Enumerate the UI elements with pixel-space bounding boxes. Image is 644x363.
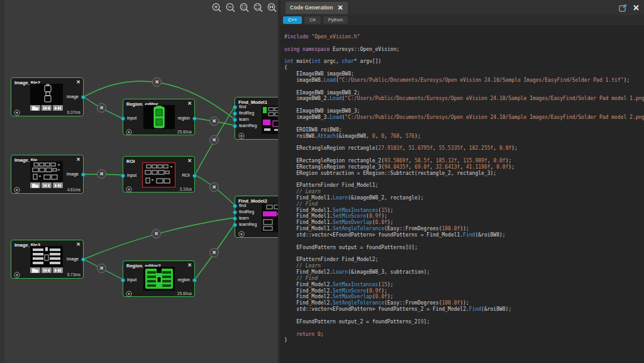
thumbnail-pcb-stripes <box>30 246 63 267</box>
code-line <box>284 102 643 108</box>
panel-header-icons: ✕ <box>619 4 640 12</box>
zoom-out-button[interactable] <box>225 3 236 13</box>
code-line <box>284 313 643 319</box>
node-close-icon[interactable]: ✕ <box>187 263 192 268</box>
code-line: Find_Model2.SetMaxInstances(15); <box>284 282 643 288</box>
visibility-toggle-icon[interactable] <box>14 109 20 116</box>
open-file-button[interactable] <box>30 105 40 111</box>
execution-time: 3.10us <box>179 187 192 191</box>
open-external-icon[interactable] <box>619 4 627 12</box>
tab-close-icon[interactable]: ✕ <box>337 4 343 11</box>
output-port-image[interactable] <box>81 257 86 262</box>
visibility-toggle-icon[interactable] <box>238 133 245 139</box>
zoom-1-1-button[interactable] <box>267 3 277 13</box>
skip-back-icon <box>43 268 50 273</box>
code-line: using namespace Euresys::Open_eVision; <box>284 47 643 53</box>
node-close-icon[interactable]: ✕ <box>76 242 80 247</box>
input-port-findreg[interactable] <box>233 210 237 215</box>
tab-cpp[interactable]: C++ <box>283 16 302 24</box>
folder-icon <box>31 268 39 273</box>
visibility-toggle-icon[interactable] <box>126 129 132 135</box>
output-port-label: region <box>178 116 190 120</box>
node-image-file2[interactable]: Image_file2 ✕ 6.37ms ima <box>11 77 84 116</box>
output-port-region[interactable] <box>192 278 197 282</box>
code-line: EPatternFinder Find_Model1; <box>284 182 643 189</box>
thumbnail-circuit-board <box>30 161 63 182</box>
visibility-toggle-icon[interactable] <box>14 272 20 278</box>
wire-delete-button[interactable]: ✕ <box>209 182 219 192</box>
node-find-model1[interactable]: Find_Model1 find findReg learn learnReg <box>235 97 278 140</box>
next-image-button[interactable] <box>53 182 63 188</box>
zoom-selection-button[interactable] <box>253 3 264 13</box>
input-port-find[interactable] <box>233 105 237 109</box>
wire-delete-button[interactable]: ✕ <box>209 135 219 145</box>
node-close-icon[interactable]: ✕ <box>187 159 192 164</box>
output-port-region[interactable] <box>192 116 197 121</box>
tab-code-generation[interactable]: Code Generation ✕ <box>286 2 348 14</box>
code-line: // Learn <box>284 263 643 269</box>
input-port-learn[interactable] <box>233 118 237 122</box>
code-line: EImageBW8 imageBW8_2; <box>284 90 643 96</box>
node-image-file3[interactable]: Image_file3 ✕ 5.73ms image <box>11 240 84 279</box>
wire-delete-button[interactable]: ✕ <box>152 77 162 87</box>
next-image-button[interactable] <box>53 105 63 111</box>
file-toolbar <box>30 267 63 273</box>
thumbnail-green-region <box>143 105 175 129</box>
code-line: return 0; <box>284 332 643 338</box>
execution-time: 25.60us <box>177 130 192 134</box>
node-close-icon[interactable]: ✕ <box>76 157 80 162</box>
wire-delete-button[interactable]: ✕ <box>97 103 106 113</box>
visibility-toggle-icon[interactable] <box>126 291 132 297</box>
tab-csharp[interactable]: C# <box>304 16 321 24</box>
code-line: // Learn <box>284 189 643 195</box>
wire-delete-button[interactable]: ✕ <box>97 264 106 273</box>
code-line <box>284 325 643 332</box>
visibility-toggle-icon[interactable] <box>126 186 132 193</box>
node-region-editor2[interactable]: Region_editor2 ✕ 25.60us input region <box>123 260 195 297</box>
input-port[interactable] <box>121 174 125 178</box>
next-image-button[interactable] <box>53 267 63 273</box>
code-editor[interactable]: #include "Open_eVision.h"using namespace… <box>280 30 644 358</box>
input-port-learnreg[interactable] <box>233 223 237 227</box>
zoom-in-button[interactable] <box>211 3 222 13</box>
input-port-label: find <box>239 203 246 208</box>
file-toolbar <box>30 105 63 111</box>
zoom-fit-button[interactable] <box>239 3 250 13</box>
input-port-learnreg[interactable] <box>233 124 237 128</box>
input-port-findreg[interactable] <box>233 111 237 116</box>
input-port-label: learn <box>239 117 249 121</box>
output-port-image[interactable] <box>81 95 86 99</box>
open-file-button[interactable] <box>30 182 40 188</box>
node-image-file[interactable]: Image_file ✕ 4.61ms image <box>11 155 84 194</box>
previous-image-button[interactable] <box>42 182 52 188</box>
previous-image-button[interactable] <box>42 105 52 111</box>
wire-delete-button[interactable]: ✕ <box>209 248 219 257</box>
open-file-button[interactable] <box>30 267 40 273</box>
code-generation-panel: Code Generation ✕ ✕ C++ C# Python #inclu… <box>280 0 644 363</box>
node-editor-canvas[interactable]: Image_file2 ✕ 6.37ms ima <box>0 0 278 363</box>
visibility-toggle-icon[interactable] <box>238 231 245 237</box>
previous-image-button[interactable] <box>42 267 52 273</box>
visibility-toggle-icon[interactable] <box>14 187 20 193</box>
output-port-roi[interactable] <box>192 174 197 178</box>
wire-delete-button[interactable]: ✕ <box>209 116 219 126</box>
input-port[interactable] <box>121 116 125 121</box>
input-port-learn[interactable] <box>233 216 237 221</box>
node-find-model2[interactable]: Find_Model2 find findReg learn learnReg <box>235 196 278 238</box>
wire-delete-button[interactable]: ✕ <box>97 169 106 179</box>
code-line: imageBW8_3.Load("C:/Users/Public/Documen… <box>284 114 643 121</box>
input-port[interactable] <box>121 278 125 282</box>
node-roi[interactable]: ROI ✕ 3.10us input ROI <box>123 156 195 193</box>
execution-time: 5.73ms <box>67 272 80 277</box>
input-port-label: find <box>239 104 246 109</box>
output-port-image[interactable] <box>81 172 86 177</box>
file-toolbar <box>30 182 63 188</box>
node-close-icon[interactable]: ✕ <box>76 80 80 85</box>
output-port-label: image <box>67 172 79 176</box>
node-close-icon[interactable]: ✕ <box>187 101 192 106</box>
tab-python[interactable]: Python <box>323 16 348 24</box>
node-region-editor[interactable]: Region_editor ✕ 25.60us input region <box>123 99 195 135</box>
wire-delete-button[interactable]: ✕ <box>152 229 161 238</box>
panel-close-icon[interactable]: ✕ <box>633 4 640 12</box>
input-port-find[interactable] <box>233 204 237 208</box>
